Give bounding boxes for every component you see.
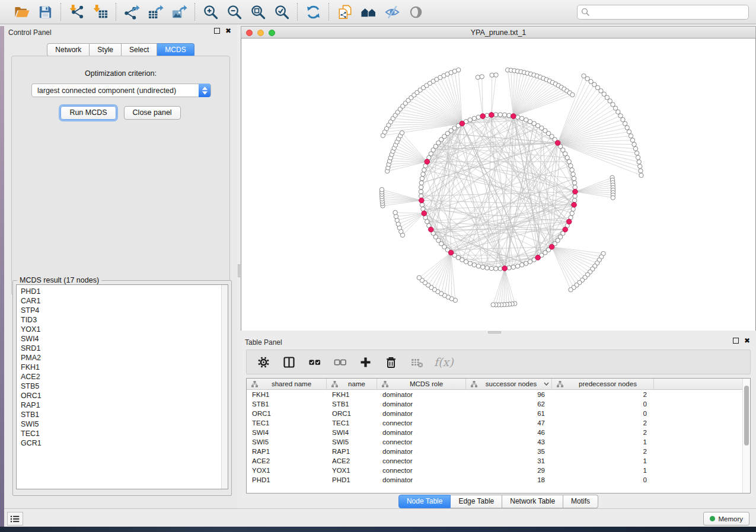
settings-gear-icon <box>257 356 270 368</box>
memory-button[interactable]: Memory <box>703 512 749 525</box>
close-panel-button[interactable]: Close panel <box>124 106 181 120</box>
float-panel-icon[interactable] <box>214 28 220 34</box>
network-titlebar: YPA_prune.txt_1 <box>241 26 756 39</box>
table-row[interactable]: ORC1ORC1dominator610 <box>247 409 750 418</box>
table-row[interactable]: TEC1TEC1connector472 <box>247 418 750 428</box>
table-tabs: Node TableEdge TableNetwork TableMotifs <box>241 495 756 508</box>
settings-gear-button[interactable] <box>256 354 271 370</box>
first-neighbors-button[interactable] <box>358 2 378 21</box>
mcds-tab-content: Optimization criterion: largest connecte… <box>11 56 230 295</box>
mcds-result-item[interactable]: SRD1 <box>21 344 228 353</box>
save-session-button[interactable] <box>35 2 55 21</box>
tab-motifs[interactable]: Motifs <box>563 495 598 508</box>
close-window-icon[interactable] <box>246 30 253 36</box>
table-row[interactable]: STB1STB1dominator620 <box>247 399 750 409</box>
zoom-in-button[interactable] <box>200 2 221 21</box>
maximize-window-icon[interactable] <box>269 30 275 36</box>
zoom-selected-button[interactable] <box>272 2 292 21</box>
tab-select[interactable]: Select <box>122 43 157 57</box>
tab-style[interactable]: Style <box>90 43 122 57</box>
tab-node-table[interactable]: Node Table <box>398 495 451 508</box>
table-row[interactable]: RAP1RAP1dominator352 <box>247 447 750 456</box>
cell-shared-name: PHD1 <box>247 475 327 485</box>
table-row[interactable]: SWI5SWI5connector431 <box>247 437 750 447</box>
mcds-result-item[interactable]: TID3 <box>21 315 228 325</box>
mcds-result-item[interactable]: YOX1 <box>21 325 228 334</box>
open-session-button[interactable] <box>11 2 31 21</box>
deselect-all-button[interactable] <box>332 354 347 370</box>
export-network-icon <box>124 4 140 20</box>
table-row[interactable]: YOX1YOX1connector291 <box>247 466 750 475</box>
cell-name: STB1 <box>327 399 377 409</box>
cell-shared-name: ACE2 <box>247 456 327 466</box>
hide-selected-button[interactable] <box>382 2 402 21</box>
select-all-button[interactable] <box>307 354 322 370</box>
cell-MCDS-role: connector <box>377 437 466 447</box>
close-panel-icon[interactable]: ✖ <box>225 28 231 34</box>
mcds-result-item[interactable]: RAP1 <box>21 400 228 410</box>
refresh-button[interactable] <box>303 2 323 21</box>
export-network-button[interactable] <box>122 2 142 21</box>
mcds-result-item[interactable]: PHD1 <box>21 287 228 296</box>
mcds-result-item[interactable]: TEC1 <box>21 429 228 438</box>
column-header-name[interactable]: name <box>327 379 377 389</box>
memory-label: Memory <box>718 515 743 523</box>
column-header-shared-name[interactable]: shared name <box>247 379 327 389</box>
mcds-result-item[interactable]: SWI4 <box>21 334 228 344</box>
column-header-MCDS-role[interactable]: MCDS role <box>377 379 466 389</box>
mcds-result-item[interactable]: FKH1 <box>21 363 228 372</box>
optimization-criterion-label: Optimization criterion: <box>12 69 229 78</box>
status-list-button[interactable] <box>7 512 23 525</box>
table-panel: Table Panel ✖ f(x) shared namenameMCDS r… <box>241 334 756 508</box>
tab-mcds[interactable]: MCDS <box>157 43 194 57</box>
cell-successor-nodes: 29 <box>466 466 552 475</box>
tab-edge-table[interactable]: Edge Table <box>451 495 502 508</box>
mcds-result-item[interactable]: GCR1 <box>21 438 228 448</box>
mcds-list-scrollbar[interactable] <box>221 285 228 489</box>
add-row-button[interactable] <box>358 354 373 370</box>
table-scrollbar-thumb[interactable] <box>744 386 749 446</box>
zoom-out-icon <box>227 4 243 20</box>
cell-successor-nodes: 35 <box>466 447 552 456</box>
close-table-panel-icon[interactable]: ✖ <box>744 338 750 344</box>
zoom-out-button[interactable] <box>224 2 244 21</box>
mcds-result-item[interactable]: CAR1 <box>21 296 228 306</box>
mcds-result-item[interactable]: STB1 <box>21 410 228 419</box>
cell-predecessor-nodes: 2 <box>552 390 654 399</box>
export-table-button[interactable] <box>145 2 165 21</box>
show-all-button[interactable] <box>406 2 426 21</box>
table-scrollbar[interactable] <box>742 379 750 493</box>
table-row[interactable]: PHD1PHD1dominator180 <box>247 475 750 485</box>
search-input[interactable] <box>577 5 749 20</box>
import-network-button[interactable] <box>66 2 87 21</box>
export-image-button[interactable] <box>169 2 189 21</box>
clone-network-button[interactable] <box>334 2 355 21</box>
column-header-predecessor-nodes[interactable]: predecessor nodes <box>552 379 654 389</box>
table-row[interactable]: SWI4SWI4dominator462 <box>247 428 750 437</box>
zoom-fit-button[interactable] <box>248 2 268 21</box>
delete-rows-button[interactable] <box>383 354 398 370</box>
mcds-result-item[interactable]: STP4 <box>21 306 228 315</box>
cell-successor-nodes: 46 <box>466 428 552 437</box>
tab-network[interactable]: Network <box>47 43 90 57</box>
mcds-result-item[interactable]: ORC1 <box>21 391 228 400</box>
cell-shared-name: YOX1 <box>247 466 327 475</box>
minimize-window-icon[interactable] <box>257 30 264 36</box>
mcds-result-item[interactable]: STB5 <box>21 382 228 391</box>
show-columns-button[interactable] <box>281 354 296 370</box>
table-row[interactable]: FKH1FKH1dominator962 <box>247 390 750 399</box>
mcds-result-item[interactable]: ACE2 <box>21 372 228 382</box>
network-canvas[interactable] <box>241 39 756 331</box>
table-row[interactable]: ACE2ACE2connector311 <box>247 456 750 466</box>
optimization-criterion-dropdown[interactable]: largest connected component (undirected) <box>31 84 211 97</box>
cell-name: ACE2 <box>327 456 377 466</box>
dropdown-stepper-icon <box>199 84 210 97</box>
mcds-result-item[interactable]: SWI5 <box>21 419 228 429</box>
run-mcds-button[interactable]: Run MCDS <box>60 106 116 120</box>
cell-shared-name: RAP1 <box>247 447 327 456</box>
import-table-button[interactable] <box>90 2 110 21</box>
tab-network-table[interactable]: Network Table <box>502 495 563 508</box>
float-table-panel-icon[interactable] <box>733 338 739 344</box>
column-header-successor-nodes[interactable]: successor nodes <box>466 379 552 389</box>
mcds-result-item[interactable]: PMA2 <box>21 353 228 363</box>
